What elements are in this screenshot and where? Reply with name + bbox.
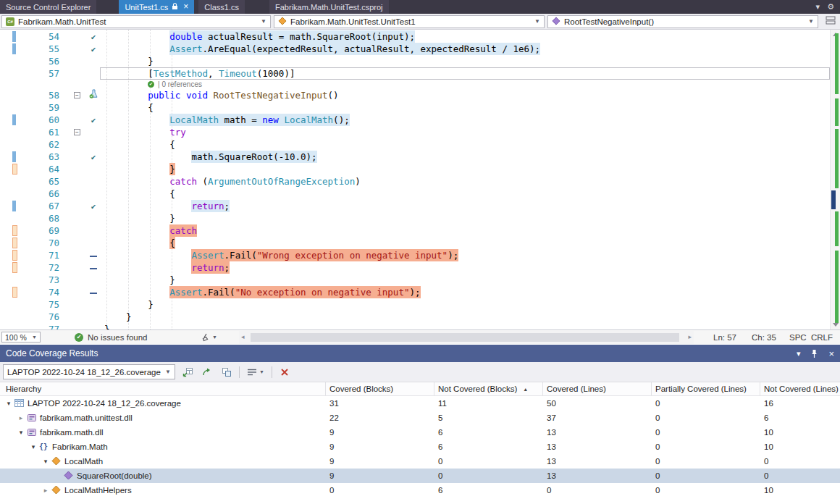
type-dropdown[interactable]: Fabrikam.Math.UnitTest.UnitTest1 ▼ bbox=[274, 15, 545, 28]
breakpoint-margin[interactable] bbox=[0, 311, 12, 323]
breakpoint-margin[interactable] bbox=[0, 286, 12, 298]
code-text[interactable]: return; bbox=[100, 200, 830, 212]
code-text[interactable]: } bbox=[100, 298, 830, 311]
code-text[interactable]: } bbox=[100, 323, 830, 329]
scroll-right-icon[interactable]: ▸ bbox=[688, 333, 692, 340]
column-header-not-covered-lines[interactable]: Not Covered (Lines) bbox=[760, 382, 840, 395]
code-text[interactable]: { bbox=[100, 237, 830, 249]
code-text[interactable]: } bbox=[100, 55, 830, 67]
column-header-covered-blocks[interactable]: Covered (Blocks) bbox=[326, 382, 434, 395]
project-dropdown[interactable]: C# Fabrikam.Math.UnitTest ▼ bbox=[1, 15, 271, 28]
breakpoint-margin[interactable] bbox=[0, 212, 12, 224]
code-text[interactable]: catch (ArgumentOutOfRangeException) bbox=[100, 175, 830, 188]
code-line[interactable]: 74 Assert.Fail("No exception on negative… bbox=[0, 286, 830, 298]
breakpoint-margin[interactable] bbox=[0, 43, 12, 55]
close-icon[interactable]: × bbox=[183, 3, 188, 11]
code-text[interactable]: Assert.Fail("No exception on negative in… bbox=[100, 286, 830, 298]
breakpoint-margin[interactable] bbox=[0, 163, 12, 175]
breakpoint-margin[interactable] bbox=[0, 151, 12, 163]
breakpoint-margin[interactable] bbox=[0, 188, 12, 200]
code-line[interactable]: 57 [TestMethod, Timeout(1000)] bbox=[0, 67, 830, 80]
split-window-icon[interactable] bbox=[826, 16, 839, 27]
coverage-row[interactable]: ▾LAPTOP 2022-10-24 18_12_26.coverage3111… bbox=[0, 396, 840, 411]
tab-source-control-explorer[interactable]: Source Control Explorer bbox=[0, 0, 96, 14]
remove-coverage-icon[interactable] bbox=[277, 365, 292, 379]
code-line[interactable]: 69 catch bbox=[0, 224, 830, 237]
code-text[interactable]: catch bbox=[100, 224, 830, 237]
pin-icon[interactable] bbox=[810, 349, 818, 358]
scroll-left-icon[interactable]: ◂ bbox=[241, 333, 245, 340]
zoom-dropdown[interactable]: 100 % ▼ bbox=[1, 332, 41, 343]
scrollbar-thumb[interactable] bbox=[251, 333, 679, 342]
breakpoint-margin[interactable] bbox=[0, 55, 12, 67]
code-text[interactable]: } bbox=[100, 163, 830, 175]
breakpoint-margin[interactable] bbox=[0, 126, 12, 138]
gear-icon[interactable]: ⚙ bbox=[827, 2, 834, 12]
merge-results-icon[interactable] bbox=[219, 365, 234, 379]
code-editor[interactable]: 54✔ double actualResult = math.SquareRoo… bbox=[0, 30, 830, 329]
expander-collapsed-icon[interactable]: ▸ bbox=[41, 483, 50, 497]
code-line[interactable]: 65 catch (ArgumentOutOfRangeException) bbox=[0, 175, 830, 188]
column-header-hierarchy[interactable]: Hierarchy bbox=[0, 382, 326, 395]
coverage-panel-title-bar[interactable]: Code Coverage Results ▾ × bbox=[0, 345, 840, 362]
code-line[interactable]: 76 } bbox=[0, 311, 830, 323]
code-text[interactable]: { bbox=[100, 188, 830, 200]
coverage-row[interactable]: ▾LocalMath901300 bbox=[0, 454, 840, 469]
code-text[interactable]: } bbox=[100, 274, 830, 286]
issues-indicator[interactable]: ✔ No issues found bbox=[75, 330, 147, 344]
breakpoint-margin[interactable] bbox=[0, 138, 12, 151]
code-text[interactable]: Assert.Fail("Wrong exception on negative… bbox=[100, 249, 830, 261]
code-text[interactable]: } bbox=[100, 311, 830, 323]
code-line[interactable]: 60✔ LocalMath math = new LocalMath(); bbox=[0, 114, 830, 126]
expander-expanded-icon[interactable]: ▾ bbox=[4, 396, 13, 411]
code-text[interactable]: try bbox=[100, 126, 830, 138]
tab-class1[interactable]: Class1.cs bbox=[198, 0, 245, 14]
code-line[interactable]: 68 } bbox=[0, 212, 830, 224]
code-line[interactable]: 67✔ return; bbox=[0, 200, 830, 212]
spaces-toggle[interactable]: SPC bbox=[789, 330, 807, 344]
code-line[interactable]: 59 { bbox=[0, 101, 830, 114]
code-line[interactable]: 62 { bbox=[0, 138, 830, 151]
breakpoint-margin[interactable] bbox=[0, 261, 12, 274]
column-header-not-covered-blocks[interactable]: Not Covered (Blocks)▲ bbox=[434, 382, 543, 395]
tab-csproj[interactable]: Fabrikam.Math.UnitTest.csproj bbox=[269, 0, 389, 14]
breakpoint-margin[interactable] bbox=[0, 224, 12, 237]
member-dropdown[interactable]: RootTestNegativeInput() ▼ bbox=[547, 15, 818, 28]
code-line[interactable]: 66 { bbox=[0, 188, 830, 200]
breakpoint-margin[interactable] bbox=[0, 298, 12, 311]
breakpoint-margin[interactable] bbox=[0, 30, 12, 43]
column-header-covered-lines[interactable]: Covered (Lines) bbox=[543, 382, 652, 395]
vertical-scrollbar[interactable] bbox=[830, 30, 840, 329]
expander-collapsed-icon[interactable]: ▸ bbox=[17, 411, 25, 425]
scroll-down-icon[interactable] bbox=[833, 323, 839, 327]
window-position-icon[interactable]: ▾ bbox=[797, 349, 801, 358]
coverage-row[interactable]: SquareRoot(double)901300 bbox=[0, 469, 840, 483]
horizontal-scrollbar[interactable]: ◂ ▸ bbox=[239, 331, 694, 344]
code-line[interactable]: 70 { bbox=[0, 237, 830, 249]
column-indicator[interactable]: Ch: 35 bbox=[752, 330, 776, 344]
code-text[interactable]: } bbox=[100, 212, 830, 224]
breakpoint-margin[interactable] bbox=[0, 237, 12, 249]
code-line[interactable]: 75 } bbox=[0, 298, 830, 311]
chevron-down-icon[interactable]: ▾ bbox=[816, 2, 820, 12]
code-text[interactable]: double actualResult = math.SquareRoot(in… bbox=[100, 30, 830, 43]
expander-expanded-icon[interactable]: ▾ bbox=[17, 425, 25, 440]
column-header-partially-covered-lines[interactable]: Partially Covered (Lines) bbox=[652, 382, 760, 395]
code-line[interactable]: 58− public void RootTestNegativeInput() bbox=[0, 89, 830, 101]
line-indicator[interactable]: Ln: 57 bbox=[713, 330, 736, 344]
collapse-box-icon[interactable]: − bbox=[74, 129, 80, 135]
line-ending-indicator[interactable]: CRLF bbox=[811, 330, 833, 344]
code-cleanup-button[interactable]: ▼ bbox=[200, 330, 217, 344]
breakpoint-margin[interactable] bbox=[0, 274, 12, 286]
export-results-icon[interactable] bbox=[200, 365, 214, 379]
import-results-icon[interactable] bbox=[180, 365, 195, 379]
code-text[interactable]: { bbox=[100, 138, 830, 151]
breakpoint-margin[interactable] bbox=[0, 114, 12, 126]
code-line[interactable]: 56 } bbox=[0, 55, 830, 67]
code-text[interactable]: return; bbox=[100, 261, 830, 274]
close-icon[interactable]: × bbox=[828, 348, 834, 359]
code-line[interactable]: 77} bbox=[0, 323, 830, 329]
breakpoint-margin[interactable] bbox=[0, 89, 12, 101]
breakpoint-margin[interactable] bbox=[0, 249, 12, 261]
breakpoint-margin[interactable] bbox=[0, 175, 12, 188]
